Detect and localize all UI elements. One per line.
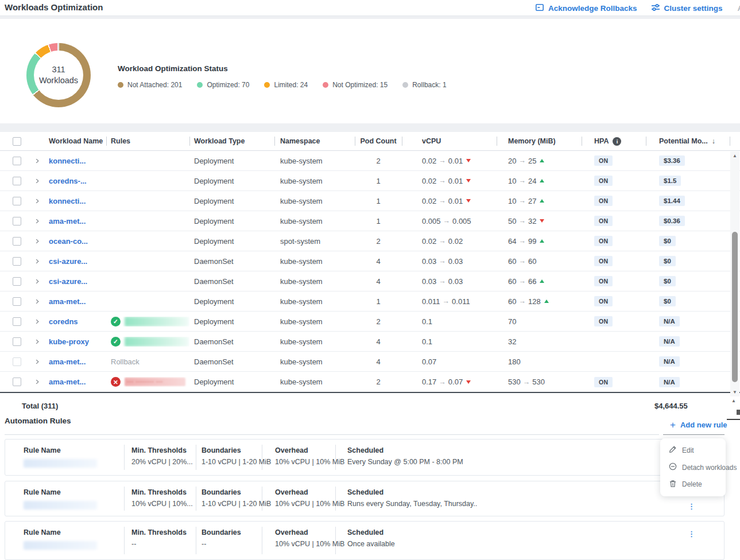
scrollbar-down-arrow[interactable]: ▼ bbox=[730, 390, 739, 395]
expand-chevron-icon[interactable] bbox=[33, 239, 39, 243]
vcpu-recommended: 0.01 bbox=[448, 177, 463, 185]
workload-name-link[interactable]: ama-met... bbox=[49, 378, 86, 386]
workload-name-link[interactable]: coredns bbox=[49, 317, 78, 326]
row-checkbox[interactable] bbox=[13, 237, 21, 246]
row-checkbox[interactable] bbox=[13, 317, 21, 326]
workload-name-link[interactable]: csi-azure... bbox=[49, 257, 87, 266]
select-all-checkbox[interactable] bbox=[13, 137, 21, 146]
row-expand-cell bbox=[32, 360, 46, 364]
memory-current: 530 bbox=[508, 378, 521, 386]
expand-chevron-icon[interactable] bbox=[33, 279, 39, 283]
hpa-on-badge[interactable]: ON bbox=[594, 236, 613, 246]
decrease-triangle-icon bbox=[466, 199, 471, 203]
page-scrollbar-up-arrow[interactable]: ▲ bbox=[731, 398, 736, 403]
hpa-on-badge[interactable]: ON bbox=[594, 196, 613, 206]
expand-chevron-icon[interactable] bbox=[33, 360, 39, 364]
expand-chevron-icon[interactable] bbox=[33, 300, 39, 304]
hpa-on-badge[interactable]: ON bbox=[594, 216, 613, 226]
hpa-on-badge[interactable]: ON bbox=[594, 176, 613, 186]
column-header-label: Potential Mo... bbox=[659, 137, 708, 145]
workload-name-link[interactable]: ama-met... bbox=[49, 357, 86, 366]
hpa-cell: ON bbox=[582, 155, 646, 166]
column-header-potential-mo[interactable]: Potential Mo...↓ bbox=[646, 132, 730, 150]
row-checkbox[interactable] bbox=[13, 157, 21, 165]
expand-chevron-icon[interactable] bbox=[33, 159, 39, 163]
workload-name-link[interactable]: konnecti... bbox=[49, 157, 86, 165]
expand-chevron-icon[interactable] bbox=[33, 320, 39, 324]
scrollbar-thumb[interactable] bbox=[732, 232, 738, 382]
workload-name-link[interactable]: ama-met... bbox=[49, 297, 86, 306]
memory-cell: 20→25 bbox=[497, 157, 582, 165]
actions-button[interactable]: Actions bbox=[738, 4, 740, 13]
column-header-workload-name[interactable]: Workload Name bbox=[46, 132, 106, 150]
acknowledge-rollbacks-button[interactable]: Acknowledge Rollbacks bbox=[535, 3, 637, 14]
workload-name-link[interactable]: ocean-co... bbox=[49, 237, 88, 246]
workload-name-cell: csi-azure... bbox=[46, 277, 106, 286]
menu-item-edit[interactable]: Edit bbox=[660, 442, 726, 459]
menu-item-delete[interactable]: Delete bbox=[660, 476, 726, 493]
row-checkbox[interactable] bbox=[13, 177, 21, 185]
redacted-rule-name-pill bbox=[125, 317, 189, 326]
potential-savings-badge: $1.5 bbox=[659, 176, 681, 186]
table-scrollbar[interactable]: ▲ ▼ bbox=[730, 151, 739, 396]
column-header-label: Workload Name bbox=[49, 137, 103, 145]
column-header-rules[interactable]: Rules bbox=[106, 132, 189, 150]
workloads-table: Workload NameRulesWorkload TypeNamespace… bbox=[0, 132, 740, 393]
expand-chevron-icon[interactable] bbox=[33, 219, 39, 223]
hpa-on-badge[interactable]: ON bbox=[594, 377, 613, 387]
table-row: csi-azure...DaemonSetkube-system40.03→0.… bbox=[0, 251, 740, 271]
workload-type-cell: Deployment bbox=[189, 197, 274, 205]
row-checkbox[interactable] bbox=[13, 357, 21, 366]
column-header-hpa[interactable]: HPAi bbox=[582, 132, 646, 150]
hpa-cell: ON bbox=[582, 176, 646, 186]
page-scrollbar-thumb[interactable] bbox=[737, 410, 740, 415]
card-column-divider bbox=[124, 445, 125, 470]
workload-type-cell: DaemonSet bbox=[189, 257, 274, 266]
row-checkbox[interactable] bbox=[13, 217, 21, 225]
menu-item-detach-workloads[interactable]: Detach workloads bbox=[660, 459, 726, 476]
row-checkbox[interactable] bbox=[13, 197, 21, 205]
scheduled-label: Scheduled bbox=[347, 488, 477, 496]
row-expand-cell bbox=[32, 300, 46, 304]
workload-name-link[interactable]: coredns-... bbox=[49, 177, 87, 185]
column-header-memory-mib[interactable]: Memory (MiB) bbox=[497, 132, 582, 150]
workload-name-link[interactable]: ama-met... bbox=[49, 217, 86, 225]
row-checkbox[interactable] bbox=[13, 378, 21, 386]
workload-name-link[interactable]: kube-proxy bbox=[49, 337, 89, 346]
hpa-on-badge[interactable]: ON bbox=[594, 155, 613, 166]
workload-name-link[interactable]: csi-azure... bbox=[49, 277, 87, 286]
column-header-pod-count[interactable]: Pod Count bbox=[355, 132, 402, 150]
column-header-workload-type[interactable]: Workload Type bbox=[189, 132, 274, 150]
row-checkbox[interactable] bbox=[13, 337, 21, 346]
info-icon[interactable]: i bbox=[613, 137, 621, 146]
check-circle-icon: ✓ bbox=[111, 317, 121, 326]
vcpu-cell: 0.1 bbox=[402, 317, 497, 326]
expand-chevron-icon[interactable] bbox=[33, 340, 39, 344]
page-title: Workloads Optimization bbox=[5, 2, 103, 12]
workload-name-link[interactable]: konnecti... bbox=[49, 197, 86, 205]
cluster-settings-button[interactable]: Cluster settings bbox=[651, 3, 723, 14]
hpa-on-badge[interactable]: ON bbox=[594, 256, 613, 266]
hpa-on-badge[interactable]: ON bbox=[594, 296, 613, 306]
rule-3-more-actions-kebab-icon[interactable]: ⋮ bbox=[688, 532, 695, 535]
column-header-namespace[interactable]: Namespace bbox=[274, 132, 355, 150]
row-checkbox[interactable] bbox=[13, 257, 21, 266]
hpa-on-badge[interactable]: ON bbox=[594, 316, 613, 326]
decrease-triangle-icon bbox=[540, 219, 544, 223]
expand-chevron-icon[interactable] bbox=[33, 199, 39, 203]
add-new-rule-button[interactable]: + Add new rule bbox=[670, 421, 727, 429]
decrease-triangle-icon bbox=[466, 159, 471, 162]
rule-2-more-actions-kebab-icon[interactable]: ⋮ bbox=[688, 505, 695, 508]
scrollbar-up-arrow[interactable]: ▲ bbox=[730, 153, 739, 158]
row-checkbox[interactable] bbox=[13, 297, 21, 306]
row-checkbox[interactable] bbox=[13, 277, 21, 286]
row-select-cell bbox=[0, 277, 32, 286]
hpa-on-badge[interactable]: ON bbox=[594, 276, 613, 286]
rule-name: Rule Name bbox=[24, 488, 97, 510]
rule-name-label: Rule Name bbox=[24, 446, 97, 454]
expand-chevron-icon[interactable] bbox=[33, 380, 39, 384]
expand-chevron-icon[interactable] bbox=[33, 259, 39, 263]
expand-chevron-icon[interactable] bbox=[33, 179, 39, 183]
pod-count-cell: 2 bbox=[355, 317, 402, 326]
column-header-vcpu[interactable]: vCPU bbox=[402, 132, 497, 150]
